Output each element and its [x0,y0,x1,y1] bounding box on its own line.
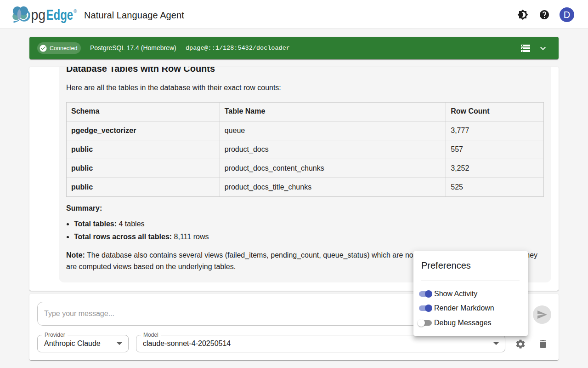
svg-text:®: ® [74,9,77,14]
svg-text:Edge: Edge [46,6,74,23]
svg-text:pg: pg [31,6,46,23]
